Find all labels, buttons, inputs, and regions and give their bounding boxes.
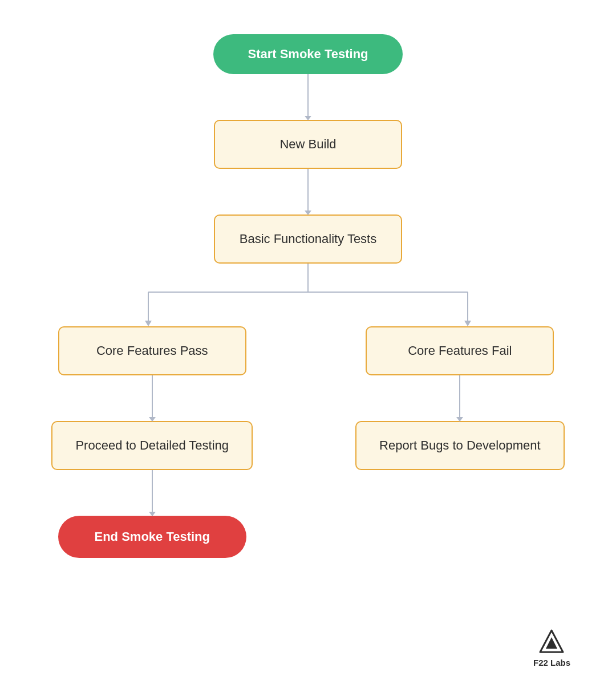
right-branch: Core Features Fail Report Bugs to Develo…	[355, 326, 565, 558]
start-node: Start Smoke Testing	[213, 34, 402, 74]
svg-marker-4	[145, 321, 152, 326]
arrow-build-to-tests	[307, 169, 309, 215]
logo-text: F22 Labs	[533, 658, 570, 667]
flowchart-diagram: Start Smoke Testing New Build Basic Func…	[0, 0, 616, 558]
report-bugs-node: Report Bugs to Development	[355, 421, 565, 470]
arrow-pass-to-proceed	[152, 375, 153, 421]
core-fail-node: Core Features Fail	[366, 326, 554, 375]
arrow-fail-to-report	[459, 375, 460, 421]
proceed-node: Proceed to Detailed Testing	[51, 421, 253, 470]
arrow-proceed-to-end	[152, 470, 153, 516]
split-connector-svg	[51, 264, 565, 326]
new-build-node: New Build	[214, 120, 402, 169]
basic-tests-node: Basic Functionality Tests	[214, 215, 402, 264]
left-branch: Core Features Pass Proceed to Detailed T…	[51, 326, 253, 558]
core-pass-node: Core Features Pass	[58, 326, 246, 375]
svg-marker-5	[464, 321, 471, 326]
branch-row: Core Features Pass Proceed to Detailed T…	[0, 326, 616, 558]
f22-logo-icon	[538, 628, 565, 654]
end-node: End Smoke Testing	[58, 516, 246, 558]
logo-area: F22 Labs	[533, 628, 570, 667]
arrow-start-to-build	[307, 74, 309, 120]
